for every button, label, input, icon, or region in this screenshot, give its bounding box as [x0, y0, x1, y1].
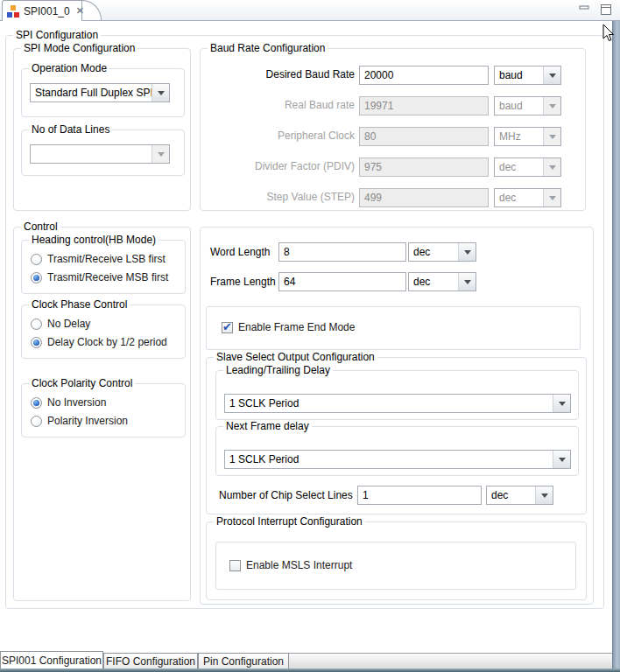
operation-mode-combobox[interactable]: Standard Full Duplex SPI — [30, 83, 170, 102]
desired-baud-rate-input[interactable] — [359, 66, 489, 85]
dropdown-button[interactable] — [553, 451, 570, 468]
close-icon[interactable]: ✕ — [76, 5, 84, 17]
divider-factor-input — [359, 158, 489, 177]
operation-mode-group: Operation Mode Standard Full Duplex SPI — [21, 68, 185, 117]
radio-polarity-inversion[interactable]: Polarity Inversion — [31, 415, 128, 427]
enable-frame-end-label: Enable Frame End Mode — [238, 321, 355, 333]
step-value-label: Step Value (STEP) — [201, 191, 355, 203]
real-baud-rate-input — [359, 96, 489, 116]
dropdown-button[interactable] — [553, 395, 570, 412]
radio-no-delay[interactable]: No Delay — [31, 318, 90, 330]
data-lines-combobox[interactable] — [30, 144, 170, 164]
tab-fifo-configuration[interactable]: FIFO Configuration — [103, 653, 198, 668]
chip-select-lines-unit: dec — [487, 486, 535, 504]
baud-rate-group-title: Baud Rate Configuration — [208, 42, 328, 54]
tab-pin-configuration-label: Pin Configuration — [203, 655, 284, 668]
operation-mode-dropdown-button[interactable] — [151, 84, 169, 102]
clock-phase-group-title: Clock Phase Control — [29, 298, 130, 311]
next-frame-delay-combobox[interactable]: 1 SCLK Period — [224, 450, 571, 469]
chip-select-lines-input[interactable] — [357, 486, 482, 505]
mouse-cursor-icon — [602, 24, 615, 42]
dropdown-button[interactable] — [535, 486, 553, 504]
dropdown-button — [543, 97, 560, 115]
data-lines-dropdown-button[interactable] — [151, 145, 169, 163]
frame-length-input[interactable] — [278, 272, 406, 291]
dropdown-button[interactable] — [458, 243, 476, 261]
peripheral-clock-unit: MHz — [495, 128, 543, 145]
chevron-down-icon — [549, 165, 556, 170]
peripheral-clock-label: Peripheral Clock — [201, 130, 355, 142]
chevron-down-icon — [464, 250, 471, 255]
control-group: Control Heading control(HB Mode) Trasmit… — [13, 227, 191, 601]
chevron-down-icon — [464, 280, 471, 284]
chevron-down-icon — [559, 402, 566, 406]
radio-icon — [31, 254, 42, 265]
leading-trailing-delay-value: 1 SCLK Period — [225, 395, 553, 412]
tab-fifo-configuration-label: FIFO Configuration — [106, 655, 195, 668]
radio-icon — [31, 318, 42, 330]
data-lines-value — [31, 145, 151, 163]
clock-polarity-group-title: Clock Polarity Control — [29, 377, 135, 389]
real-baud-rate-unit-combobox: baud — [494, 96, 561, 116]
word-length-input[interactable] — [278, 242, 406, 262]
enable-msls-label: Enable MSLS Interrupt — [246, 559, 352, 571]
divider-factor-unit-combobox: dec — [494, 158, 561, 177]
leading-trailing-delay-combobox[interactable]: 1 SCLK Period — [224, 394, 571, 413]
slave-select-output-group: Slave Select Output Configuration Leadin… — [206, 357, 587, 514]
maximize-icon[interactable] — [600, 4, 613, 16]
radio-delay-half-period[interactable]: Delay Clock by 1/2 period — [31, 336, 167, 348]
app-icon-red-square — [14, 12, 19, 18]
app-icon — [7, 5, 19, 18]
chevron-down-icon — [158, 91, 165, 95]
desired-baud-rate-label: Desired Baud Rate — [201, 68, 355, 80]
radio-polarity-inversion-label: Polarity Inversion — [47, 415, 128, 427]
editor-tab-spi001[interactable]: SPI001_0 ✕ — [2, 0, 82, 21]
control-group-title: Control — [21, 220, 60, 233]
operation-mode-group-title: Operation Mode — [29, 62, 109, 74]
radio-no-inversion[interactable]: No Inversion — [31, 396, 106, 409]
word-length-unit-combobox[interactable]: dec — [408, 242, 476, 262]
desired-baud-rate-unit-combobox[interactable]: baud — [494, 66, 561, 85]
editor-content: SPI Configuration SPI Mode Configuration… — [0, 21, 612, 651]
clock-phase-control-group: Clock Phase Control No Delay Delay Clock… — [21, 304, 186, 359]
chevron-down-icon — [549, 196, 556, 200]
tab-spi001-configuration-label: SPI001 Configuration — [2, 654, 102, 667]
chip-select-lines-unit-combobox[interactable]: dec — [486, 486, 553, 505]
spi-configuration-group: SPI Configuration SPI Mode Configuration… — [5, 35, 604, 609]
checkbox-unchecked-icon — [229, 560, 241, 571]
word-length-unit: dec — [409, 243, 458, 261]
radio-lsb-first[interactable]: Trasmit/Receive LSB first — [31, 253, 166, 265]
peripheral-clock-input — [359, 127, 489, 146]
radio-msb-first-label: Trasmit/Receive MSB first — [47, 271, 168, 284]
step-value-unit: dec — [495, 189, 543, 206]
operation-mode-value: Standard Full Duplex SPI — [31, 84, 151, 102]
heading-control-group-title: Heading control(HB Mode) — [29, 234, 159, 246]
tab-spi001-configuration[interactable]: SPI001 Configuration — [0, 651, 103, 668]
enable-frame-end-checkbox[interactable]: Enable Frame End Mode — [222, 321, 355, 333]
tab-pin-configuration[interactable]: Pin Configuration — [198, 653, 289, 668]
clock-polarity-control-group: Clock Polarity Control No Inversion Pola… — [21, 383, 186, 438]
word-length-label: Word Length — [210, 246, 271, 258]
real-baud-rate-label: Real Baud rate — [201, 99, 355, 111]
protocol-interrupt-group-title: Protocol Interrupt Configuration — [214, 515, 365, 528]
enable-msls-checkbox[interactable]: Enable MSLS Interrupt — [229, 559, 352, 571]
peripheral-clock-unit-combobox: MHz — [494, 127, 561, 146]
radio-selected-icon — [31, 337, 42, 348]
divider-factor-label: Divider Factor (PDIV) — [201, 160, 355, 172]
divider-factor-unit: dec — [495, 158, 543, 176]
dropdown-button[interactable] — [543, 66, 560, 84]
minimize-icon[interactable] — [578, 4, 591, 16]
dropdown-button[interactable] — [458, 273, 476, 290]
frame-length-unit-combobox[interactable]: dec — [408, 272, 476, 291]
chevron-down-icon — [549, 104, 556, 108]
app-icon-blue-square — [7, 12, 12, 18]
real-baud-rate-unit: baud — [495, 97, 543, 115]
slave-select-group-title: Slave Select Output Configuration — [214, 351, 377, 363]
radio-msb-first[interactable]: Trasmit/Receive MSB first — [31, 271, 168, 284]
checkbox-checked-icon — [222, 322, 233, 333]
step-value-unit-combobox: dec — [494, 188, 561, 207]
bottom-tab-bar: SPI001 Configuration FIFO Configuration … — [0, 651, 612, 668]
radio-no-delay-label: No Delay — [47, 318, 90, 330]
spi-configuration-group-title: SPI Configuration — [13, 29, 101, 41]
dropdown-button — [543, 128, 560, 145]
